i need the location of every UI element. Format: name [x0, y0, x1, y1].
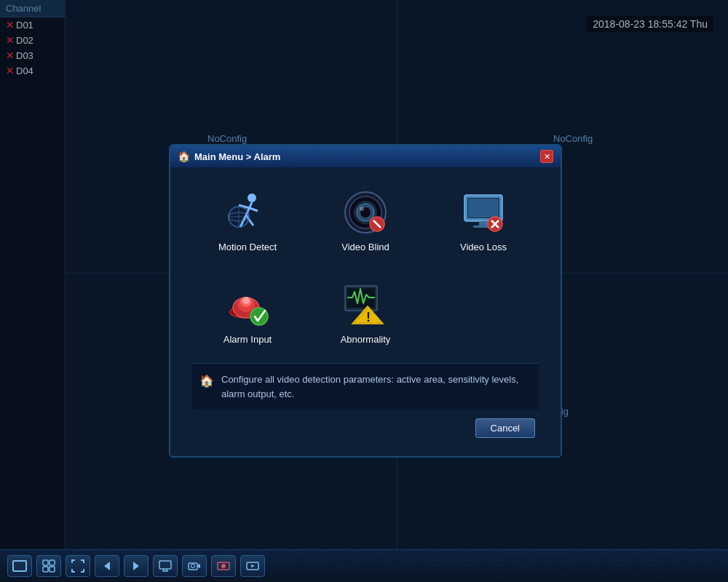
svg-rect-41: [50, 567, 55, 572]
svg-point-52: [221, 564, 226, 568]
dialog-menu-icon: 🏠: [178, 151, 190, 162]
description-area: 🏠 Configure all video detection paramete…: [192, 363, 539, 410]
cancel-button[interactable]: Cancel: [475, 418, 535, 438]
svg-text:!: !: [366, 310, 371, 324]
taskbar-btn-fullscreen[interactable]: [66, 555, 90, 577]
empty-cell: [428, 274, 539, 352]
dialog-title-text: Main Menu > Alarm: [194, 151, 280, 162]
menu-grid-row1: Motion Detect: [192, 182, 539, 260]
dialog-title-left: 🏠 Main Menu > Alarm: [178, 151, 280, 162]
taskbar-btn-prev[interactable]: [95, 555, 119, 577]
svg-point-30: [242, 297, 250, 304]
taskbar: [0, 549, 728, 582]
abnormality-label: Abnormality: [341, 334, 391, 345]
motion-detect-icon: [224, 189, 271, 236]
svg-point-50: [191, 565, 195, 568]
motion-detect-label: Motion Detect: [218, 242, 277, 252]
taskbar-btn-single[interactable]: [7, 555, 32, 577]
svg-point-0: [248, 194, 256, 202]
svg-point-15: [360, 207, 364, 211]
svg-rect-38: [43, 560, 48, 565]
svg-rect-20: [468, 199, 499, 218]
taskbar-btn-quad[interactable]: [36, 555, 61, 577]
svg-marker-43: [133, 562, 139, 570]
video-loss-label: Video Loss: [460, 242, 507, 252]
dialog-close-button[interactable]: ✕: [540, 150, 553, 163]
taskbar-btn-record[interactable]: [211, 555, 236, 577]
svg-rect-40: [43, 567, 48, 572]
taskbar-btn-camera[interactable]: [182, 555, 207, 577]
video-blind-icon: [342, 189, 389, 236]
menu-grid-row2: Alarm Input !: [192, 274, 539, 352]
svg-marker-54: [251, 565, 255, 567]
abnormality-icon: !: [342, 282, 389, 328]
alarm-dialog: 🏠 Main Menu > Alarm ✕: [169, 144, 562, 458]
svg-rect-39: [50, 560, 55, 565]
menu-item-video-blind[interactable]: Video Blind: [310, 182, 421, 260]
menu-item-abnormality[interactable]: ! Abnormality: [310, 274, 421, 352]
video-loss-icon: [460, 189, 507, 236]
svg-rect-37: [13, 561, 26, 571]
svg-rect-44: [159, 561, 171, 569]
description-icon: 🏠: [199, 374, 214, 388]
button-row: Cancel: [192, 418, 539, 442]
video-blind-label: Video Blind: [341, 242, 389, 252]
taskbar-btn-monitor[interactable]: [153, 555, 178, 577]
taskbar-btn-playback[interactable]: [240, 555, 265, 577]
taskbar-btn-next[interactable]: [124, 555, 149, 577]
description-text: Configure all video detection parameters…: [221, 372, 531, 401]
dialog-titlebar: 🏠 Main Menu > Alarm ✕: [170, 146, 561, 167]
menu-item-video-loss[interactable]: Video Loss: [428, 182, 539, 260]
alarm-input-icon: [224, 282, 271, 328]
dialog-body: Motion Detect: [170, 167, 561, 456]
menu-item-motion-detect[interactable]: Motion Detect: [192, 182, 303, 260]
menu-item-alarm-input[interactable]: Alarm Input: [192, 274, 303, 352]
alarm-input-label: Alarm Input: [223, 334, 272, 345]
svg-rect-21: [479, 221, 488, 226]
svg-marker-42: [104, 562, 110, 570]
svg-line-3: [250, 208, 258, 211]
